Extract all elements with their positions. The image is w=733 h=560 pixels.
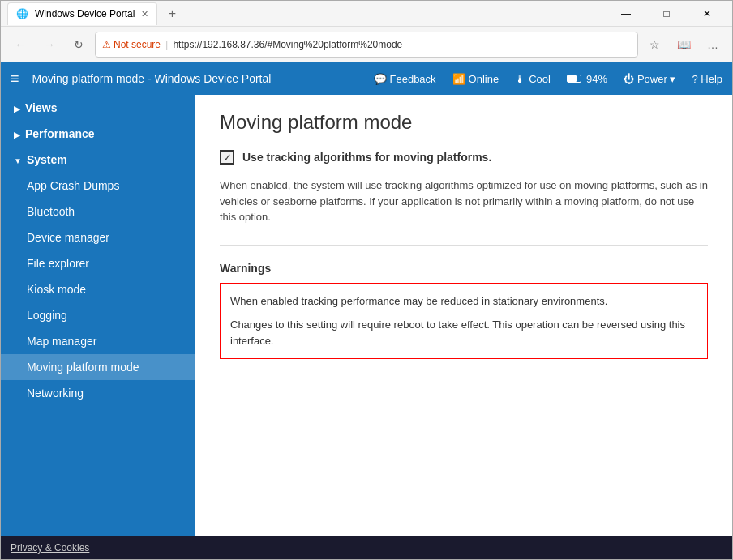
main-area: ◀ Views Performance System xyxy=(1,95,732,536)
performance-arrow-icon xyxy=(14,127,20,140)
warning-box: When enabled tracking performance may be… xyxy=(220,283,708,360)
sidebar-item-bluetooth[interactable]: Bluetooth xyxy=(1,199,195,224)
feedback-button[interactable]: 💬 Feedback xyxy=(374,73,436,85)
sidebar-item-networking[interactable]: Networking xyxy=(1,380,195,406)
sidebar-item-logging[interactable]: Logging xyxy=(1,302,195,328)
back-button[interactable]: ← xyxy=(7,32,33,58)
online-icon: 📶 xyxy=(452,73,465,85)
sidebar-item-kiosk-mode[interactable]: Kiosk mode xyxy=(1,276,195,302)
separator: | xyxy=(165,38,168,50)
warning-text-2: Changes to this setting will require reb… xyxy=(230,317,697,348)
checkbox-label: Use tracking algorithms for moving platf… xyxy=(242,151,491,164)
temperature-indicator: 🌡 Cool xyxy=(515,73,551,85)
hamburger-menu[interactable]: ≡ xyxy=(11,71,19,88)
battery-icon xyxy=(567,75,581,83)
sidebar-item-app-crash-dumps[interactable]: App Crash Dumps xyxy=(1,173,195,199)
warning-icon: ⚠ xyxy=(102,39,111,50)
url-text: https://192.168.87.36/#Moving%20platform… xyxy=(173,39,402,50)
description-text: When enabled, the system will use tracki… xyxy=(220,177,708,225)
tracking-checkbox-row: ✓ Use tracking algorithms for moving pla… xyxy=(220,150,708,165)
new-tab-button[interactable]: + xyxy=(161,2,183,25)
tracking-checkbox[interactable]: ✓ xyxy=(220,150,234,165)
warning-text-1: When enabled tracking performance may be… xyxy=(230,293,697,310)
content-area: Moving platform mode ✓ Use tracking algo… xyxy=(195,95,732,536)
divider xyxy=(220,245,708,246)
sidebar-section-views: Views xyxy=(1,95,195,121)
sidebar-section-performance: Performance xyxy=(1,121,195,147)
nav-icons: ☆ 📖 … xyxy=(641,32,726,58)
sidebar-section-system: System App Crash Dumps Bluetooth Device … xyxy=(1,147,195,406)
sidebar-toggle[interactable]: ◀ xyxy=(192,103,195,122)
sidebar-item-moving-platform-mode[interactable]: Moving platform mode xyxy=(1,354,195,380)
sidebar-views-header[interactable]: Views xyxy=(1,95,195,121)
checkmark-icon: ✓ xyxy=(223,152,232,164)
forward-button[interactable]: → xyxy=(36,32,62,58)
tab-close-button[interactable]: ✕ xyxy=(141,9,148,19)
close-button[interactable]: ✕ xyxy=(688,1,726,27)
tab-title: Windows Device Portal xyxy=(35,8,135,19)
sidebar-system-header[interactable]: System xyxy=(1,147,195,173)
browser-tab[interactable]: 🌐 Windows Device Portal ✕ xyxy=(7,2,157,25)
online-status: 📶 Online xyxy=(452,73,499,85)
minimize-button[interactable]: — xyxy=(607,1,645,27)
title-bar: 🌐 Windows Device Portal ✕ + — □ ✕ xyxy=(1,1,732,27)
app-title: Moving platform mode - Windows Device Po… xyxy=(32,72,272,85)
power-button[interactable]: ⏻ Power ▾ xyxy=(624,73,675,85)
temp-icon: 🌡 xyxy=(515,73,525,85)
power-icon: ⏻ xyxy=(624,73,634,85)
privacy-bar: Privacy & Cookies xyxy=(1,536,732,559)
feedback-icon: 💬 xyxy=(374,73,387,85)
battery-indicator: 94% xyxy=(567,73,607,85)
sidebar-item-map-manager[interactable]: Map manager xyxy=(1,328,195,354)
favorites-button[interactable]: ☆ xyxy=(641,32,667,58)
sidebar-item-device-manager[interactable]: Device manager xyxy=(1,224,195,250)
app-header: ≡ Moving platform mode - Windows Device … xyxy=(1,62,732,95)
maximize-button[interactable]: □ xyxy=(648,1,685,27)
views-arrow-icon xyxy=(14,101,20,114)
page-title: Moving platform mode xyxy=(220,111,708,134)
not-secure-indicator: ⚠ Not secure xyxy=(102,39,161,50)
window-controls: — □ ✕ xyxy=(607,1,726,27)
help-button[interactable]: ? Help xyxy=(692,73,722,85)
sidebar: ◀ Views Performance System xyxy=(1,95,195,536)
address-bar[interactable]: ⚠ Not secure | https://192.168.87.36/#Mo… xyxy=(95,32,638,58)
sidebar-item-file-explorer[interactable]: File explorer xyxy=(1,250,195,276)
sidebar-performance-header[interactable]: Performance xyxy=(1,121,195,147)
reading-list-button[interactable]: 📖 xyxy=(671,32,697,58)
nav-bar: ← → ↻ ⚠ Not secure | https://192.168.87.… xyxy=(1,27,732,62)
more-button[interactable]: … xyxy=(700,32,726,58)
refresh-button[interactable]: ↻ xyxy=(66,32,92,58)
header-actions: 💬 Feedback 📶 Online 🌡 Cool 94% ⏻ Power ▾… xyxy=(374,73,723,85)
tab-favicon: 🌐 xyxy=(16,8,28,19)
warnings-title: Warnings xyxy=(220,262,708,275)
privacy-cookies-link[interactable]: Privacy & Cookies xyxy=(11,542,89,554)
system-arrow-icon xyxy=(14,153,22,166)
